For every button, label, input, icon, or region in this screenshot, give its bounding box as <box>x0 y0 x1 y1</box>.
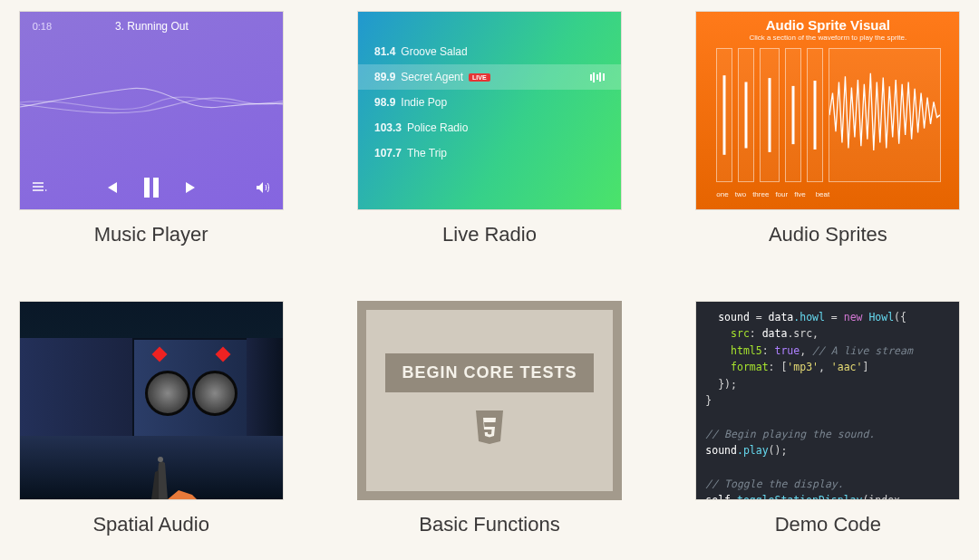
code-line: format: ['mp3', 'aac'] <box>705 359 950 375</box>
radio-station[interactable]: 89.9 Secret Agent LIVE <box>358 64 621 90</box>
code-line: sound.play(); <box>705 442 950 459</box>
music-controls <box>20 177 283 198</box>
game-wall-speakers <box>132 338 250 438</box>
sprite-segment[interactable] <box>807 48 823 182</box>
code-thumbnail: sound = data.howl = new Howl({ src: data… <box>695 301 960 500</box>
game-wall <box>247 338 283 438</box>
music-top-bar: 0:18 3. Running Out <box>20 20 283 33</box>
radio-station-list: 81.4 Groove Salad 89.9 Secret Agent LIVE… <box>358 39 621 166</box>
playlist-icon[interactable] <box>33 182 47 193</box>
equalizer-icon <box>590 72 605 82</box>
sprites-subtitle: Click a section of the waveform to play … <box>696 34 959 42</box>
card-spatial-audio[interactable]: Spatial Audio <box>18 301 284 536</box>
live-badge: LIVE <box>469 73 490 82</box>
radio-station-name: Secret Agent <box>401 71 463 83</box>
sprite-label: five <box>794 190 805 198</box>
radio-station-name: Indie Pop <box>401 96 447 109</box>
html5-icon <box>473 409 506 449</box>
sprite-label: one <box>716 190 728 198</box>
radio-thumbnail: 81.4 Groove Salad 89.9 Secret Agent LIVE… <box>357 11 622 210</box>
code-line: sound = data.howl = new Howl({ <box>705 309 950 325</box>
sprite-label: four <box>775 190 788 198</box>
svg-rect-1 <box>153 178 159 198</box>
radio-frequency: 89.9 <box>374 71 395 83</box>
sprite-segment[interactable] <box>716 48 732 182</box>
waveform-icon <box>20 66 284 139</box>
card-label: Music Player <box>94 223 208 246</box>
radio-frequency: 107.7 <box>374 147 402 159</box>
radio-station[interactable]: 81.4 Groove Salad <box>358 39 621 64</box>
music-elapsed-time: 0:18 <box>33 21 52 32</box>
card-label: Basic Functions <box>419 513 559 536</box>
card-label: Spatial Audio <box>92 513 208 536</box>
prev-track-icon[interactable] <box>104 180 119 195</box>
sprite-label: beat <box>816 190 830 198</box>
code-line <box>705 409 950 425</box>
sprite-segment[interactable] <box>785 48 801 182</box>
radio-station-name: Groove Salad <box>401 45 467 58</box>
sprite-segment[interactable] <box>760 48 780 182</box>
card-live-radio[interactable]: 81.4 Groove Salad 89.9 Secret Agent LIVE… <box>356 11 622 246</box>
next-track-icon[interactable] <box>184 180 199 195</box>
pause-icon[interactable] <box>142 177 160 198</box>
code-line: // Begin playing the sound. <box>705 426 950 442</box>
radio-station-name: The Trip <box>407 147 447 159</box>
radio-station-name: Police Radio <box>407 121 468 134</box>
game-wall <box>20 338 132 438</box>
sprite-label: three <box>752 190 769 198</box>
weapon-icon <box>115 445 206 499</box>
volume-icon[interactable] <box>256 181 270 194</box>
gem-icon <box>215 347 230 362</box>
sprite-label: two <box>735 190 746 198</box>
sprites-thumbnail: Audio Sprite Visual Click a section of t… <box>695 11 960 210</box>
sprites-title: Audio Sprite Visual <box>696 17 959 33</box>
card-music-player[interactable]: 0:18 3. Running Out <box>18 11 284 246</box>
begin-tests-button[interactable]: BEGIN CORE TESTS <box>385 353 593 392</box>
radio-frequency: 98.9 <box>374 96 395 109</box>
sprite-panels <box>716 48 941 182</box>
code-line: }); <box>705 376 950 392</box>
svg-rect-0 <box>144 178 150 198</box>
card-label: Live Radio <box>442 223 537 246</box>
code-line: src: data.src, <box>705 325 950 342</box>
card-basic-functions[interactable]: BEGIN CORE TESTS Basic Functions <box>356 301 622 536</box>
code-line: self.toggleStationDisplay(index, <box>705 492 950 500</box>
code-line: html5: true, // A live stream <box>705 343 950 359</box>
gem-icon <box>151 347 167 362</box>
radio-frequency: 103.3 <box>374 121 402 134</box>
sprite-segment[interactable] <box>738 48 754 182</box>
radio-station[interactable]: 98.9 Indie Pop <box>358 90 621 115</box>
svg-point-7 <box>158 457 163 462</box>
sprite-labels: one two three four five beat <box>716 190 941 198</box>
sprite-segment-beat[interactable] <box>829 48 941 182</box>
music-thumbnail: 0:18 3. Running Out <box>19 11 284 210</box>
radio-frequency: 81.4 <box>374 45 395 58</box>
card-label: Audio Sprites <box>769 223 887 246</box>
code-line: // Toggle the display. <box>705 476 950 492</box>
functions-thumbnail: BEGIN CORE TESTS <box>357 301 622 500</box>
demo-grid: 0:18 3. Running Out <box>18 11 961 536</box>
radio-station[interactable]: 103.3 Police Radio <box>358 115 621 140</box>
music-track-title: 3. Running Out <box>52 20 252 33</box>
card-demo-code[interactable]: sound = data.howl = new Howl({ src: data… <box>695 301 961 536</box>
code-line <box>705 459 950 476</box>
card-label: Demo Code <box>775 513 881 536</box>
spatial-thumbnail <box>19 301 284 500</box>
sprites-header: Audio Sprite Visual Click a section of t… <box>696 12 959 42</box>
card-audio-sprites[interactable]: Audio Sprite Visual Click a section of t… <box>695 11 961 246</box>
radio-station[interactable]: 107.7 The Trip <box>358 140 621 166</box>
code-line: } <box>705 392 950 409</box>
